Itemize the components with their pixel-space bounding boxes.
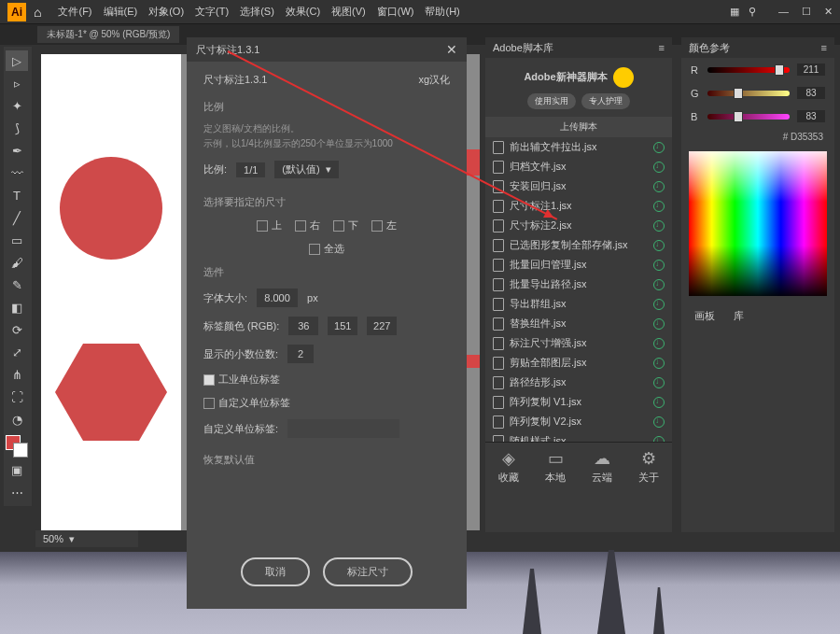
zoom-bar[interactable]: 50%▾	[35, 530, 138, 547]
download-icon[interactable]	[653, 436, 665, 443]
script-item[interactable]: 导出群组.jsx	[485, 294, 672, 314]
nav-about[interactable]: ⚙关于	[625, 443, 672, 490]
chk-left[interactable]: 左	[371, 218, 397, 232]
script-item[interactable]: 批量回归管理.jsx	[485, 255, 672, 275]
menu-edit[interactable]: 编辑(E)	[98, 5, 144, 19]
screen-mode-tool[interactable]: ▣	[6, 459, 28, 480]
filter-pill-1[interactable]: 使用实用	[527, 93, 576, 109]
script-item[interactable]: 归档文件.jsx	[485, 157, 672, 176]
script-item[interactable]: 替换组件.jsx	[485, 314, 672, 333]
script-item[interactable]: 前出辅文件拉出.jsx	[485, 137, 672, 157]
menu-help[interactable]: 帮助(H)	[419, 5, 465, 19]
menu-select[interactable]: 选择(S)	[234, 5, 280, 19]
direct-select-tool[interactable]: ▹	[6, 73, 28, 93]
type-tool[interactable]: T	[6, 185, 28, 205]
chk-top[interactable]: 上	[257, 218, 282, 232]
menu-window[interactable]: 窗口(W)	[371, 5, 420, 19]
free-transform-tool[interactable]: ⛶	[6, 387, 28, 407]
shaper-tool[interactable]: ✎	[6, 275, 28, 295]
lib-tab-artboard[interactable]: 画板	[694, 309, 715, 323]
confirm-button[interactable]: 标注尺寸	[323, 557, 413, 586]
script-item[interactable]: 已选图形复制全部存储.jsx	[485, 235, 672, 255]
hex-value[interactable]: # D35353	[681, 128, 834, 146]
nav-cloud[interactable]: ☁云端	[579, 443, 625, 490]
eraser-tool[interactable]: ◧	[6, 297, 28, 317]
artboard[interactable]	[41, 54, 181, 530]
nav-local[interactable]: ▭本地	[532, 443, 579, 490]
layout-icon[interactable]: ▦	[730, 6, 739, 18]
download-icon[interactable]	[653, 397, 665, 408]
decimal-input[interactable]	[287, 345, 314, 363]
download-icon[interactable]	[653, 377, 665, 388]
menu-object[interactable]: 对象(O)	[143, 5, 189, 19]
download-icon[interactable]	[653, 181, 665, 192]
home-icon[interactable]: ⌂	[34, 5, 41, 20]
color-r-input[interactable]	[288, 317, 318, 335]
download-icon[interactable]	[653, 338, 665, 349]
slider-g[interactable]: G83	[681, 81, 834, 105]
download-icon[interactable]	[653, 162, 665, 173]
fontsize-input[interactable]	[257, 289, 298, 307]
scale-tool[interactable]: ⤢	[6, 342, 28, 362]
menu-file[interactable]: 文件(F)	[52, 5, 97, 19]
menu-effect[interactable]: 效果(C)	[280, 5, 326, 19]
window-close-icon[interactable]: ✕	[824, 6, 833, 18]
lib-tab-library[interactable]: 库	[734, 309, 744, 323]
download-icon[interactable]	[653, 240, 665, 251]
script-item[interactable]: 尺寸标注1.jsx	[485, 196, 672, 216]
download-icon[interactable]	[653, 142, 665, 153]
rotate-tool[interactable]: ⟳	[6, 319, 28, 340]
red-circle-shape[interactable]	[60, 157, 162, 260]
nav-fav[interactable]: ◈收藏	[485, 443, 532, 490]
script-item[interactable]: 阵列复制 V1.jsx	[485, 392, 672, 412]
download-icon[interactable]	[653, 416, 665, 428]
width-tool[interactable]: ⋔	[6, 364, 28, 385]
chk-industrial[interactable]: 工业单位标签	[203, 373, 280, 387]
download-icon[interactable]	[653, 358, 665, 369]
download-icon[interactable]	[653, 318, 665, 330]
download-icon[interactable]	[653, 299, 665, 310]
script-item[interactable]: 批量导出路径.jsx	[485, 275, 672, 294]
script-item[interactable]: 尺寸标注2.jsx	[485, 216, 672, 235]
panel-menu-icon[interactable]: ≡	[659, 42, 665, 53]
script-item[interactable]: 标注尺寸增强.jsx	[485, 333, 672, 353]
brush-tool[interactable]: 🖌	[6, 252, 28, 273]
filter-pill-2[interactable]: 专人护理	[581, 93, 630, 109]
pen-tool[interactable]: ✒	[6, 140, 28, 161]
document-tab[interactable]: 未标题-1* @ 50% (RGB/预览)	[37, 26, 179, 43]
lasso-tool[interactable]: ⟆	[6, 118, 28, 138]
selection-tool[interactable]: ▷	[6, 50, 28, 71]
scripts-list[interactable]: 前出辅文件拉出.jsx归档文件.jsx安装回归.jsx尺寸标注1.jsx尺寸标注…	[485, 137, 672, 442]
panel-menu-icon[interactable]: ≡	[821, 42, 827, 53]
color-swatch[interactable]	[6, 435, 28, 458]
window-min-icon[interactable]: —	[778, 6, 789, 18]
close-icon[interactable]: ✕	[446, 42, 457, 57]
custom-unit-input[interactable]	[287, 419, 399, 438]
chk-custom-unit[interactable]: 自定义单位标签	[203, 396, 290, 410]
script-item[interactable]: 阵列复制 V2.jsx	[485, 412, 672, 431]
rectangle-tool[interactable]: ▭	[6, 230, 28, 250]
script-item[interactable]: 随机样式.jsx	[485, 431, 672, 442]
slider-b[interactable]: B83	[681, 105, 834, 128]
download-icon[interactable]	[653, 260, 665, 271]
slider-r[interactable]: R211	[681, 58, 834, 81]
script-item[interactable]: 路径结形.jsx	[485, 373, 672, 392]
curvature-tool[interactable]: 〰	[6, 162, 28, 183]
shape-builder-tool[interactable]: ◔	[6, 409, 28, 430]
color-g-input[interactable]	[328, 317, 357, 335]
download-icon[interactable]	[653, 279, 665, 290]
menu-type[interactable]: 文字(T)	[189, 5, 234, 19]
script-item[interactable]: 安装回归.jsx	[485, 176, 672, 196]
chevron-down-icon[interactable]: ▾	[69, 533, 75, 545]
download-icon[interactable]	[653, 220, 665, 232]
cancel-button[interactable]: 取消	[241, 557, 310, 586]
line-tool[interactable]: ╱	[6, 207, 28, 228]
download-icon[interactable]	[653, 201, 665, 212]
color-spectrum[interactable]	[689, 151, 827, 296]
ratio-default-select[interactable]: (默认值)▾	[274, 161, 338, 178]
ratio-select[interactable]: 1/1	[236, 162, 265, 177]
color-b-input[interactable]	[367, 317, 397, 335]
menu-view[interactable]: 视图(V)	[326, 5, 371, 19]
search-icon[interactable]: ⚲	[749, 6, 756, 18]
restore-label[interactable]: 恢复默认值	[203, 453, 450, 467]
